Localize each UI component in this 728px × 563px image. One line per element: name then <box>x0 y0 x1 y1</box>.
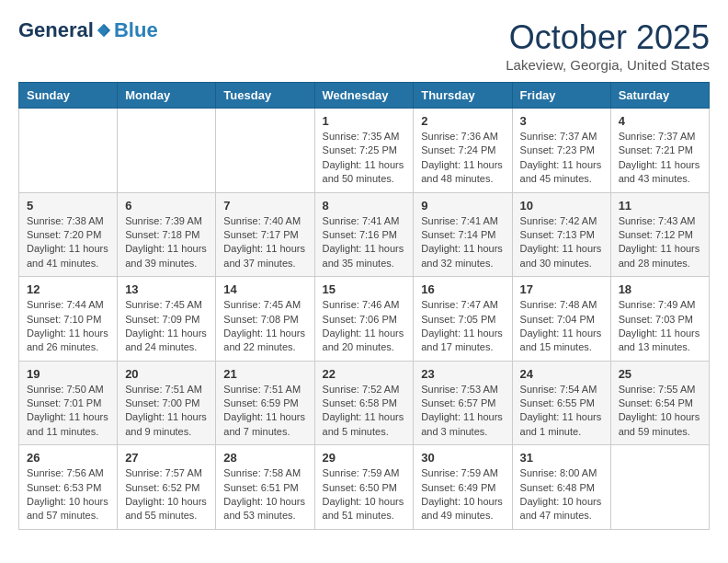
day-number: 5 <box>27 199 109 213</box>
month-title: October 2025 <box>506 18 710 57</box>
day-number: 7 <box>223 199 306 213</box>
weekday-header-monday: Monday <box>118 83 216 109</box>
day-number: 12 <box>27 282 109 296</box>
day-info: Sunrise: 7:41 AM Sunset: 7:14 PM Dayligh… <box>421 214 504 271</box>
day-number: 24 <box>520 367 603 381</box>
logo-general-text: General <box>18 18 94 42</box>
day-info: Sunrise: 7:45 AM Sunset: 7:08 PM Dayligh… <box>223 298 306 355</box>
calendar-cell: 29Sunrise: 7:59 AM Sunset: 6:50 PM Dayli… <box>314 445 414 530</box>
day-info: Sunrise: 7:58 AM Sunset: 6:51 PM Dayligh… <box>223 466 306 523</box>
day-info: Sunrise: 7:43 AM Sunset: 7:12 PM Dayligh… <box>619 214 701 271</box>
day-number: 31 <box>520 451 603 465</box>
logo: General Blue <box>18 18 158 42</box>
calendar-cell: 19Sunrise: 7:50 AM Sunset: 7:01 PM Dayli… <box>19 361 118 445</box>
calendar-cell: 20Sunrise: 7:51 AM Sunset: 7:00 PM Dayli… <box>118 361 216 445</box>
day-number: 22 <box>323 367 406 381</box>
day-number: 6 <box>125 199 208 213</box>
day-number: 17 <box>520 282 603 296</box>
location-text: Lakeview, Georgia, United States <box>506 57 710 73</box>
day-info: Sunrise: 7:38 AM Sunset: 7:20 PM Dayligh… <box>27 214 109 271</box>
calendar-cell: 11Sunrise: 7:43 AM Sunset: 7:12 PM Dayli… <box>610 192 709 277</box>
day-info: Sunrise: 7:56 AM Sunset: 6:53 PM Dayligh… <box>27 466 109 523</box>
weekday-header-row: SundayMondayTuesdayWednesdayThursdayFrid… <box>19 83 710 109</box>
day-number: 23 <box>421 367 504 381</box>
calendar-cell: 27Sunrise: 7:57 AM Sunset: 6:52 PM Dayli… <box>118 445 216 530</box>
day-info: Sunrise: 7:36 AM Sunset: 7:24 PM Dayligh… <box>421 130 504 187</box>
day-info: Sunrise: 7:51 AM Sunset: 7:00 PM Dayligh… <box>125 383 208 440</box>
day-number: 3 <box>520 114 603 128</box>
calendar-cell: 23Sunrise: 7:53 AM Sunset: 6:57 PM Dayli… <box>414 361 512 445</box>
day-info: Sunrise: 7:50 AM Sunset: 7:01 PM Dayligh… <box>27 383 109 440</box>
day-number: 8 <box>323 199 406 213</box>
day-number: 21 <box>223 367 306 381</box>
day-info: Sunrise: 7:59 AM Sunset: 6:50 PM Dayligh… <box>323 466 406 523</box>
day-number: 16 <box>421 282 504 296</box>
day-info: Sunrise: 7:42 AM Sunset: 7:13 PM Dayligh… <box>520 214 603 271</box>
day-number: 28 <box>223 451 306 465</box>
calendar-cell: 28Sunrise: 7:58 AM Sunset: 6:51 PM Dayli… <box>216 445 314 530</box>
weekday-header-saturday: Saturday <box>610 83 709 109</box>
calendar-cell: 7Sunrise: 7:40 AM Sunset: 7:17 PM Daylig… <box>216 192 314 277</box>
day-info: Sunrise: 7:45 AM Sunset: 7:09 PM Dayligh… <box>125 298 208 355</box>
calendar-cell <box>216 109 314 193</box>
day-info: Sunrise: 8:00 AM Sunset: 6:48 PM Dayligh… <box>520 466 603 523</box>
day-info: Sunrise: 7:54 AM Sunset: 6:55 PM Dayligh… <box>520 383 603 440</box>
calendar-cell: 12Sunrise: 7:44 AM Sunset: 7:10 PM Dayli… <box>19 277 118 362</box>
week-row-3: 12Sunrise: 7:44 AM Sunset: 7:10 PM Dayli… <box>19 277 710 362</box>
day-number: 29 <box>323 451 406 465</box>
day-info: Sunrise: 7:52 AM Sunset: 6:58 PM Dayligh… <box>323 383 406 440</box>
weekday-header-friday: Friday <box>512 83 610 109</box>
calendar-cell: 31Sunrise: 8:00 AM Sunset: 6:48 PM Dayli… <box>512 445 610 530</box>
calendar-cell: 21Sunrise: 7:51 AM Sunset: 6:59 PM Dayli… <box>216 361 314 445</box>
logo-icon <box>96 22 112 39</box>
calendar-cell: 6Sunrise: 7:39 AM Sunset: 7:18 PM Daylig… <box>118 192 216 277</box>
day-info: Sunrise: 7:35 AM Sunset: 7:25 PM Dayligh… <box>323 130 406 187</box>
day-info: Sunrise: 7:49 AM Sunset: 7:03 PM Dayligh… <box>619 298 701 355</box>
calendar-cell: 2Sunrise: 7:36 AM Sunset: 7:24 PM Daylig… <box>414 109 512 193</box>
day-number: 9 <box>421 199 504 213</box>
weekday-header-wednesday: Wednesday <box>314 83 414 109</box>
weekday-header-thursday: Thursday <box>414 83 512 109</box>
day-number: 2 <box>421 114 504 128</box>
calendar-cell: 22Sunrise: 7:52 AM Sunset: 6:58 PM Dayli… <box>314 361 414 445</box>
day-number: 13 <box>125 282 208 296</box>
calendar-cell: 30Sunrise: 7:59 AM Sunset: 6:49 PM Dayli… <box>414 445 512 530</box>
page-header: General Blue October 2025 Lakeview, Geor… <box>18 18 710 73</box>
day-number: 30 <box>421 451 504 465</box>
calendar-cell <box>610 445 709 530</box>
weekday-header-tuesday: Tuesday <box>216 83 314 109</box>
day-info: Sunrise: 7:55 AM Sunset: 6:54 PM Dayligh… <box>619 383 701 440</box>
calendar-table: SundayMondayTuesdayWednesdayThursdayFrid… <box>18 82 710 530</box>
week-row-5: 26Sunrise: 7:56 AM Sunset: 6:53 PM Dayli… <box>19 445 710 530</box>
weekday-header-sunday: Sunday <box>19 83 118 109</box>
calendar-cell <box>19 109 118 193</box>
calendar-cell: 10Sunrise: 7:42 AM Sunset: 7:13 PM Dayli… <box>512 192 610 277</box>
day-info: Sunrise: 7:51 AM Sunset: 6:59 PM Dayligh… <box>223 383 306 440</box>
day-number: 15 <box>323 282 406 296</box>
day-info: Sunrise: 7:57 AM Sunset: 6:52 PM Dayligh… <box>125 466 208 523</box>
day-number: 26 <box>27 451 109 465</box>
calendar-cell <box>118 109 216 193</box>
day-number: 19 <box>27 367 109 381</box>
day-info: Sunrise: 7:37 AM Sunset: 7:21 PM Dayligh… <box>619 130 701 187</box>
day-info: Sunrise: 7:59 AM Sunset: 6:49 PM Dayligh… <box>421 466 504 523</box>
calendar-cell: 13Sunrise: 7:45 AM Sunset: 7:09 PM Dayli… <box>118 277 216 362</box>
week-row-1: 1Sunrise: 7:35 AM Sunset: 7:25 PM Daylig… <box>19 109 710 193</box>
day-info: Sunrise: 7:46 AM Sunset: 7:06 PM Dayligh… <box>323 298 406 355</box>
day-info: Sunrise: 7:37 AM Sunset: 7:23 PM Dayligh… <box>520 130 603 187</box>
calendar-cell: 14Sunrise: 7:45 AM Sunset: 7:08 PM Dayli… <box>216 277 314 362</box>
week-row-4: 19Sunrise: 7:50 AM Sunset: 7:01 PM Dayli… <box>19 361 710 445</box>
logo-blue-text: Blue <box>114 18 158 42</box>
calendar-cell: 3Sunrise: 7:37 AM Sunset: 7:23 PM Daylig… <box>512 109 610 193</box>
calendar-cell: 9Sunrise: 7:41 AM Sunset: 7:14 PM Daylig… <box>414 192 512 277</box>
calendar-cell: 25Sunrise: 7:55 AM Sunset: 6:54 PM Dayli… <box>610 361 709 445</box>
day-number: 11 <box>619 199 701 213</box>
day-number: 18 <box>619 282 701 296</box>
day-number: 1 <box>323 114 406 128</box>
day-info: Sunrise: 7:48 AM Sunset: 7:04 PM Dayligh… <box>520 298 603 355</box>
day-info: Sunrise: 7:39 AM Sunset: 7:18 PM Dayligh… <box>125 214 208 271</box>
day-info: Sunrise: 7:41 AM Sunset: 7:16 PM Dayligh… <box>323 214 406 271</box>
calendar-cell: 16Sunrise: 7:47 AM Sunset: 7:05 PM Dayli… <box>414 277 512 362</box>
calendar-cell: 17Sunrise: 7:48 AM Sunset: 7:04 PM Dayli… <box>512 277 610 362</box>
day-number: 10 <box>520 199 603 213</box>
